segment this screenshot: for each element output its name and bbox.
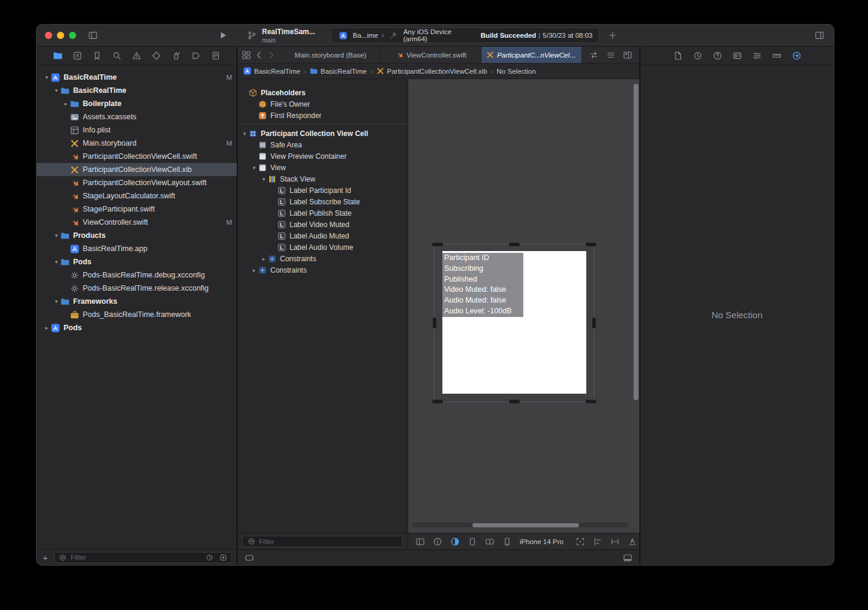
disclosure-icon[interactable]: ▾: [52, 298, 61, 304]
file-frameworks[interactable]: ▾Frameworks: [37, 295, 237, 308]
db-phone-icon[interactable]: [501, 536, 513, 548]
outline-label-participant-id[interactable]: Label Participant Id: [237, 185, 408, 196]
disclosure-icon[interactable]: ▸: [260, 256, 268, 262]
navigator-filter[interactable]: [54, 552, 232, 563]
breadcrumb-basicrealtime[interactable]: BasicRealTime: [310, 67, 367, 75]
cell-label-audio-muted-false[interactable]: Audio Muted: false: [442, 295, 523, 306]
outline-label-publish-state[interactable]: Label Publish State: [237, 207, 408, 219]
outline-safe-area[interactable]: Safe Area: [237, 139, 408, 150]
scm-status-filter-icon[interactable]: [217, 551, 229, 563]
device-name[interactable]: iPhone 14 Pro: [520, 538, 563, 545]
interface-builder-canvas[interactable]: Participant IDSubscribingPublishedVideo …: [408, 79, 640, 533]
build-status[interactable]: Build Succeeded|5/30/23 at 08:03: [481, 32, 593, 39]
insp-size-icon[interactable]: [771, 50, 783, 62]
file-boilerplate[interactable]: ▸Boilerplate: [37, 97, 237, 110]
resize-handle-bottom-right[interactable]: [586, 400, 596, 403]
run-button[interactable]: [217, 29, 229, 41]
outline-label-subscribe-state[interactable]: Label Subscribe State: [237, 196, 408, 207]
file-viewcontroller-swift[interactable]: ViewController.swiftM: [37, 216, 237, 229]
outline-label-audio-volume[interactable]: Label Audio Volume: [237, 241, 408, 253]
tab-main-storyboard-base[interactable]: Main.storyboard (Base): [281, 47, 381, 63]
horizontal-scrollbar-thumb[interactable]: [472, 523, 578, 527]
outline-view-preview-container[interactable]: View Preview Container: [237, 150, 408, 162]
outline-placeholders[interactable]: Placeholders: [237, 87, 408, 98]
navigator-filter-input[interactable]: [71, 554, 201, 561]
tab-viewcontroller-swift[interactable]: ViewController.swift: [381, 47, 482, 63]
nav-tests-icon[interactable]: [150, 50, 162, 62]
close-window-button[interactable]: [45, 32, 52, 39]
file-pods-basicrealtime-debug-xcconfig[interactable]: Pods-BasicRealTime.debug.xcconfig: [37, 268, 237, 282]
editor-options-icon[interactable]: [605, 49, 617, 61]
nav-bookmark-icon[interactable]: [91, 50, 103, 62]
breadcrumb-participantcollectionviewcell-xib[interactable]: ParticipantCollectionViewCell.xib: [376, 67, 487, 75]
file-participantcollectionviewcell-xib[interactable]: ParticipantCollectionViewCell.xib: [37, 163, 237, 176]
db-zoom-icon[interactable]: [574, 536, 586, 548]
db-pane-icon[interactable]: [414, 536, 426, 548]
minimize-window-button[interactable]: [57, 32, 64, 39]
toggle-inspector-icon[interactable]: [813, 29, 825, 41]
insp-identity-icon[interactable]: [731, 50, 743, 62]
horizontal-scrollbar[interactable]: [412, 523, 629, 527]
file-stageparticipant-swift[interactable]: StageParticipant.swift: [37, 203, 237, 216]
outline-label-video-muted[interactable]: Label Video Muted: [237, 219, 408, 230]
db-info-icon[interactable]: [432, 536, 444, 548]
toggle-navigator-icon[interactable]: [87, 29, 99, 41]
file-participantcollectionviewlayout-swift[interactable]: ParticipantCollectionViewLayout.swift: [37, 176, 237, 189]
outline-view[interactable]: ▾View: [237, 162, 408, 173]
vertical-scrollbar-thumb[interactable]: [634, 84, 638, 400]
outline-label-audio-muted[interactable]: Label Audio Muted: [237, 230, 408, 241]
disclosure-icon[interactable]: ▸: [62, 101, 70, 107]
forward-icon[interactable]: [266, 49, 278, 61]
nav-debug-icon[interactable]: [170, 50, 182, 62]
zoom-window-button[interactable]: [69, 32, 76, 39]
db-pin-icon[interactable]: [609, 536, 621, 548]
collection-view-cell-canvas[interactable]: Participant IDSubscribingPublishedVideo …: [442, 251, 586, 394]
recent-files-filter-icon[interactable]: [203, 551, 215, 563]
file-main-storyboard[interactable]: Main.storyboardM: [37, 137, 237, 150]
disclosure-icon[interactable]: ▾: [43, 74, 51, 80]
nav-breakpoints-icon[interactable]: [190, 50, 202, 62]
resize-handle-bottom-center[interactable]: [509, 400, 520, 403]
disclosure-icon[interactable]: ▸: [43, 325, 51, 331]
add-tab-button[interactable]: [607, 29, 619, 41]
cell-label-video-muted-false[interactable]: Video Muted: false: [442, 285, 523, 295]
outline-stack-view[interactable]: ▾Stack View: [237, 173, 408, 185]
debug-area-toggle-icon[interactable]: [622, 552, 634, 564]
file-info-plist[interactable]: Info.plist: [37, 123, 237, 137]
file-pods[interactable]: ▸Pods: [37, 321, 237, 334]
cell-label-participant-id[interactable]: Participant ID: [442, 253, 523, 264]
resize-handle-bottom-left[interactable]: [432, 400, 443, 403]
cell-label-audio-level-100db[interactable]: Audio Level: -100dB: [442, 306, 523, 317]
outline-filter-input[interactable]: [259, 538, 400, 545]
outline-participant-collection-view-cell[interactable]: ▾Participant Collection View Cell: [237, 128, 408, 139]
file-products[interactable]: ▾Products: [37, 229, 237, 242]
code-review-icon[interactable]: [588, 49, 600, 61]
disclosure-icon[interactable]: ▾: [52, 232, 61, 238]
add-editor-icon[interactable]: [622, 49, 634, 61]
disclosure-icon[interactable]: ▾: [260, 176, 268, 182]
file-pods[interactable]: ▾Pods: [37, 255, 237, 268]
nav-find-icon[interactable]: [111, 50, 123, 62]
cell-label-stack[interactable]: Participant IDSubscribingPublishedVideo …: [442, 253, 523, 317]
add-file-button[interactable]: +: [41, 553, 49, 562]
resize-handle-top-center[interactable]: [509, 243, 520, 246]
tab-bar-toggle-icon[interactable]: [243, 552, 255, 564]
file-pods-basicrealtime-framework[interactable]: Pods_BasicRealTime.framework: [37, 308, 237, 321]
db-resolve-icon[interactable]: [626, 536, 638, 548]
file-basicrealtime[interactable]: ▾BasicRealTime: [37, 84, 237, 97]
disclosure-icon[interactable]: ▾: [250, 165, 258, 171]
back-icon[interactable]: [253, 49, 265, 61]
resize-handle-middle-left[interactable]: [433, 318, 436, 328]
disclosure-icon[interactable]: ▾: [52, 87, 61, 93]
tab-overview-icon[interactable]: [240, 49, 252, 61]
nav-sourcecontrol-icon[interactable]: [71, 50, 83, 62]
destination-button[interactable]: Any iOS Device (arm64): [403, 28, 477, 43]
file-stagelayoutcalculator-swift[interactable]: StageLayoutCalculator.swift: [37, 189, 237, 203]
insp-help-icon[interactable]: [712, 50, 724, 62]
scheme-button[interactable]: Ba...ime: [353, 32, 378, 39]
disclosure-icon[interactable]: ▾: [240, 131, 249, 137]
breadcrumb-basicrealtime[interactable]: BasicRealTime: [243, 67, 300, 75]
db-align-icon[interactable]: [592, 536, 604, 548]
insp-connect-icon[interactable]: [791, 50, 803, 62]
outline-filter[interactable]: [242, 536, 403, 547]
